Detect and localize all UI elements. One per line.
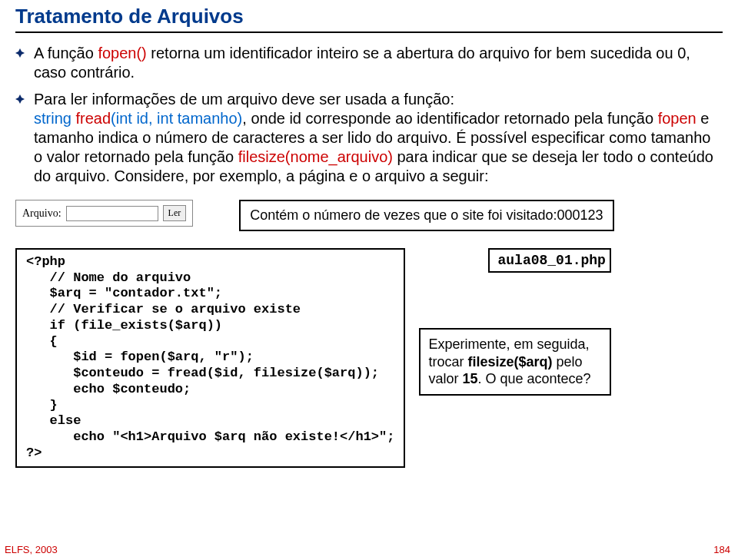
- bullet-2: Para ler informações de um arquivo deve …: [15, 90, 723, 186]
- code-content: <?php // Nome do arquivo $arq = "contado…: [26, 254, 394, 462]
- arquivo-input[interactable]: [66, 206, 158, 221]
- b2-sig-c: (int id, int tamanho): [111, 110, 242, 127]
- footer-right: 184: [713, 544, 730, 555]
- footer: ELFS, 2003 184: [5, 544, 730, 555]
- form-box: Arquivo: Ler: [15, 200, 193, 227]
- counter-content-box: Contém o número de vezes que o site foi …: [239, 200, 613, 231]
- bullet-1: A função fopen() retorna um identificado…: [15, 44, 723, 82]
- footer-left: ELFS, 2003: [5, 544, 58, 555]
- b1-fn: fopen(): [98, 45, 146, 61]
- b2-sig-a: string: [34, 110, 75, 127]
- code-row: <?php // Nome do arquivo $arq = "contado…: [15, 248, 723, 468]
- tip-box: Experimente, em seguida, trocar filesize…: [419, 328, 611, 396]
- b2-sig-b: fread: [75, 110, 111, 127]
- b2-filesize: filesize(nome_arquivo): [238, 148, 393, 165]
- slide-title: Tratamento de Arquivos: [15, 5, 723, 28]
- b2-fopen: fopen: [658, 110, 696, 127]
- bullet-icon: [15, 94, 25, 104]
- filename-box: aula08_01.php: [488, 248, 611, 273]
- b2-pre1: Para ler informações de um arquivo deve …: [34, 91, 454, 108]
- b1-pre: A função: [34, 45, 98, 61]
- tip-b1: filesize($arq): [468, 354, 553, 369]
- tip-t3: . O que acontece?: [478, 371, 591, 386]
- form-row: Arquivo: Ler Contém o número de vezes qu…: [15, 200, 723, 231]
- code-box: <?php // Nome do arquivo $arq = "contado…: [15, 248, 405, 468]
- b2-mid1: , onde id corresponde ao identificador r…: [242, 110, 657, 127]
- svg-marker-0: [15, 48, 25, 58]
- ler-button[interactable]: Ler: [163, 205, 187, 221]
- title-underline: [15, 31, 723, 33]
- svg-marker-1: [15, 94, 25, 104]
- form-label: Arquivo:: [22, 207, 62, 220]
- bullet-icon: [15, 48, 25, 58]
- tip-b2: 15: [463, 371, 478, 386]
